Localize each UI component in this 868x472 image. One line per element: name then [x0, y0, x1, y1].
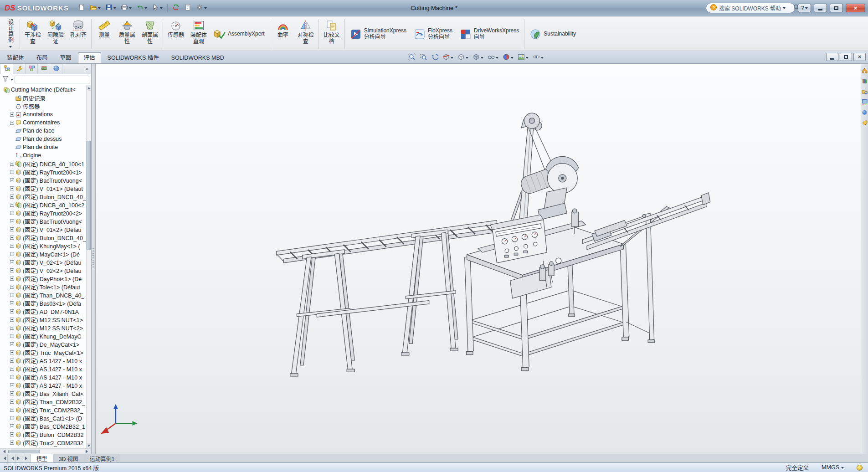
- tab-scroll-next-button[interactable]: [15, 454, 23, 462]
- hscrollbar-thumb[interactable]: [8, 450, 40, 453]
- ribbon-assembly-visualization-button[interactable]: 装配体直观: [187, 17, 210, 51]
- previous-view-button[interactable]: [430, 52, 440, 63]
- expand-icon[interactable]: [10, 236, 14, 240]
- ribbon-measure-button[interactable]: 测量: [93, 17, 116, 51]
- tab-solidworks-mbd[interactable]: SOLIDWORKS MBD: [165, 52, 230, 63]
- tree-item[interactable]: (固定) KhungMay<1> (: [0, 241, 86, 250]
- undo-button[interactable]: [134, 2, 149, 14]
- design-study-button[interactable]: 设计算例: [3, 17, 18, 51]
- tree-item[interactable]: (固定) RayTruot200<1>: [0, 168, 86, 176]
- panel-tabs-overflow[interactable]: »: [83, 64, 91, 74]
- search-box[interactable]: ? 搜索 SOLIDWORKS 帮助: [706, 3, 795, 13]
- tree-item[interactable]: (固定) Bas03<1> (Défa: [0, 299, 86, 307]
- ribbon-curvature-button[interactable]: 曲率: [272, 17, 294, 51]
- tree-item[interactable]: AAnnotations: [0, 110, 86, 118]
- tree-item[interactable]: (固定) BacTruotVuong<: [0, 176, 86, 184]
- display-manager-tab[interactable]: [50, 64, 62, 74]
- tree-item[interactable]: (固定) Than_CDM2B32_: [0, 397, 86, 405]
- tree-item[interactable]: Origine: [0, 151, 86, 159]
- expand-icon[interactable]: [10, 400, 14, 404]
- help-button[interactable]: ?: [798, 4, 811, 12]
- tree-root-item[interactable]: Cutting Machine (Défaut<: [0, 86, 86, 94]
- tree-item[interactable]: Commentaires: [0, 118, 86, 127]
- expand-icon[interactable]: [10, 408, 14, 412]
- search-scope-caret-icon[interactable]: [783, 7, 786, 10]
- expand-icon[interactable]: [10, 121, 14, 125]
- file-properties-button[interactable]: [182, 2, 193, 14]
- tree-item[interactable]: (固定) DayPhoi<1> (Dé: [0, 274, 86, 282]
- tree-item[interactable]: (固定) Truc_MayCat<1>: [0, 348, 86, 356]
- ribbon-interference-check-button[interactable]: 干涉检查: [21, 17, 44, 51]
- ribbon-simulationxpress-button[interactable]: SimulationXpress分析向导: [346, 17, 410, 51]
- expand-icon[interactable]: [10, 285, 14, 289]
- tab-sketch[interactable]: 草图: [54, 52, 77, 63]
- apply-scene-button[interactable]: [516, 52, 530, 63]
- expand-icon[interactable]: [10, 334, 14, 338]
- scroll-left-button[interactable]: [0, 449, 6, 454]
- expand-icon[interactable]: [10, 195, 14, 199]
- design-library-tab[interactable]: [862, 78, 868, 84]
- expand-icon[interactable]: [10, 268, 14, 272]
- options-gear-button[interactable]: [194, 2, 209, 14]
- scroll-down-button[interactable]: [87, 443, 91, 448]
- expand-icon[interactable]: [10, 178, 14, 182]
- expand-icon[interactable]: [10, 301, 14, 305]
- tree-item[interactable]: 历史记录: [0, 94, 86, 102]
- expand-icon[interactable]: [10, 293, 14, 297]
- tree-item[interactable]: (固定) AS 1427 - M10 x: [0, 356, 86, 364]
- configuration-manager-tab[interactable]: [26, 64, 38, 74]
- doc-close-button[interactable]: ×: [853, 53, 866, 61]
- expand-icon[interactable]: [10, 441, 14, 445]
- tree-item[interactable]: (固定) Tole<1> (Défaut: [0, 282, 86, 291]
- solidworks-resources-tab[interactable]: [862, 67, 868, 74]
- filter-caret-icon[interactable]: [10, 79, 13, 82]
- tree-item[interactable]: (固定) AS 1427 - M10 x: [0, 373, 86, 381]
- zoom-fit-button[interactable]: [407, 52, 417, 63]
- expand-icon[interactable]: [10, 326, 14, 330]
- expand-icon[interactable]: [10, 318, 14, 322]
- tab-layout[interactable]: 布局: [31, 52, 54, 63]
- expand-icon[interactable]: [10, 309, 14, 313]
- view-orientation-button[interactable]: [456, 52, 470, 63]
- tab-evaluate[interactable]: 评估: [78, 52, 101, 63]
- expand-icon[interactable]: [10, 424, 14, 428]
- expand-icon[interactable]: [10, 244, 14, 248]
- edit-appearance-button[interactable]: [501, 52, 515, 63]
- viewport-3d[interactable]: [96, 64, 868, 454]
- expand-icon[interactable]: [10, 162, 14, 166]
- tree-item[interactable]: (固定) DNCB_40_100<1: [0, 159, 86, 168]
- tree-item[interactable]: (固定) V_01<2> (Défau: [0, 225, 86, 233]
- scrollbar-thumb[interactable]: [87, 141, 91, 250]
- tree-item[interactable]: (固定) RayTruot200<2>: [0, 209, 86, 217]
- ribbon-clearance-verify-button[interactable]: 间隙验证: [44, 17, 67, 51]
- outfeed-rail[interactable]: [582, 193, 710, 343]
- bottom-tab-model[interactable]: 模型: [31, 454, 53, 462]
- expand-icon[interactable]: [10, 227, 14, 231]
- quick-tips-icon[interactable]: [857, 465, 863, 471]
- property-manager-tab[interactable]: [13, 64, 26, 74]
- dimxpert-manager-tab[interactable]: [38, 64, 50, 74]
- tree-item[interactable]: (固定) Bulon_DNCB_40_: [0, 233, 86, 241]
- tree-item[interactable]: (固定) AS 1427 - M10 x: [0, 364, 86, 373]
- expand-icon[interactable]: [10, 391, 14, 395]
- tree-item[interactable]: (固定) Truc_CDM2B32_: [0, 405, 86, 414]
- tree-item[interactable]: (固定) V_01<1> (Défaut: [0, 184, 86, 192]
- ribbon-sensor-button[interactable]: 传感器: [164, 17, 187, 51]
- ribbon-floxpress-button[interactable]: FloXpress分析向导: [410, 17, 456, 51]
- expand-icon[interactable]: [10, 375, 14, 379]
- doc-restore-button[interactable]: [840, 53, 852, 61]
- scroll-right-button[interactable]: [85, 449, 91, 454]
- expand-icon[interactable]: [10, 219, 14, 223]
- tree-item[interactable]: Plan de face: [0, 127, 86, 135]
- tree-item[interactable]: (固定) Than_DNCB_40_: [0, 291, 86, 299]
- expand-icon[interactable]: [10, 342, 14, 346]
- tree-item[interactable]: (固定) BacTruotVuong<: [0, 217, 86, 225]
- ribbon-sustainability-button[interactable]: Sustainability: [526, 17, 580, 51]
- trestle-right[interactable]: [401, 230, 458, 355]
- bottom-tab-3d-views[interactable]: 3D 视图: [53, 454, 84, 462]
- minimize-button[interactable]: [814, 4, 827, 12]
- maximize-button[interactable]: [830, 4, 843, 12]
- ribbon-assemblyxpert-button[interactable]: AssemblyXpert: [210, 17, 268, 51]
- tree-item[interactable]: (固定) Bas_CDM2B32_1: [0, 422, 86, 430]
- tab-scroll-first-button[interactable]: [0, 454, 8, 462]
